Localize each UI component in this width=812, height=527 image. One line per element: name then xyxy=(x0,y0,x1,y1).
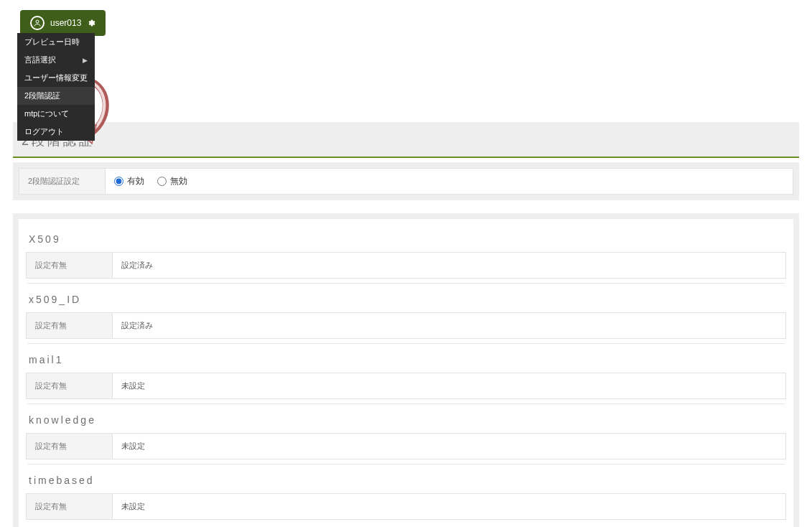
section-row-label: 設定有無 xyxy=(27,434,113,459)
user-dropdown-menu: プレビュー日時言語選択▶ユーザー情報変更2段階認証mtpについてログアウト xyxy=(17,33,95,141)
gear-icon xyxy=(87,19,95,27)
section-title-X509: X509 xyxy=(26,223,786,252)
page-title: 2段階認証 xyxy=(22,132,790,149)
two-factor-setting-row: 2段階認証設定 有効 無効 xyxy=(19,168,793,195)
radio-enabled-input[interactable] xyxy=(114,177,123,186)
radio-disabled-input[interactable] xyxy=(157,177,167,186)
two-factor-panel: 2段階認証設定 有効 無効 xyxy=(13,162,799,200)
section-row-value: 設定済み xyxy=(113,313,785,338)
section-row-value: 設定済み xyxy=(113,253,785,278)
user-menu-button[interactable]: user013 xyxy=(20,10,106,36)
section-title-mail1: mail1 xyxy=(26,344,786,373)
dropdown-item-label: ログアウト xyxy=(24,126,64,137)
section-row-label: 設定有無 xyxy=(27,253,113,278)
dropdown-item-3[interactable]: 2段階認証 xyxy=(17,87,95,105)
two-factor-setting-label: 2段階認証設定 xyxy=(19,169,106,194)
section-row-label: 設定有無 xyxy=(27,494,113,519)
radio-enabled-label: 有効 xyxy=(127,175,144,187)
dropdown-item-label: mtpについて xyxy=(24,108,69,119)
dropdown-item-label: ユーザー情報変更 xyxy=(24,73,88,83)
section-row: 設定有無未設定 xyxy=(26,493,786,520)
section-title-timebased: timebased xyxy=(26,465,786,493)
auth-methods-panel: X509設定有無設定済みx509_ID設定有無設定済みmail1設定有無未設定k… xyxy=(13,213,799,527)
section-row: 設定有無設定済み xyxy=(26,252,786,279)
dropdown-item-label: 言語選択 xyxy=(24,55,56,65)
section-row-label: 設定有無 xyxy=(27,373,113,398)
section-row: 設定有無未設定 xyxy=(26,433,786,460)
section-row: 設定有無設定済み xyxy=(26,312,786,339)
dropdown-item-0[interactable]: プレビュー日時 xyxy=(17,33,95,51)
section-row-value: 未設定 xyxy=(113,373,785,398)
radio-disabled[interactable]: 無効 xyxy=(157,175,187,187)
radio-disabled-label: 無効 xyxy=(170,175,187,187)
section-row-value: 未設定 xyxy=(113,494,785,519)
section-title-knowledge: knowledge xyxy=(26,404,786,433)
dropdown-item-label: プレビュー日時 xyxy=(24,37,80,47)
dropdown-item-5[interactable]: ログアウト xyxy=(17,123,95,141)
section-row-label: 設定有無 xyxy=(27,313,113,338)
avatar-icon xyxy=(30,16,45,30)
user-name: user013 xyxy=(50,18,81,28)
page-title-bar: 2段階認証 xyxy=(13,122,799,158)
dropdown-item-1[interactable]: 言語選択▶ xyxy=(17,51,95,69)
svg-point-0 xyxy=(36,20,39,23)
section-row: 設定有無未設定 xyxy=(26,373,786,399)
chevron-right-icon: ▶ xyxy=(83,57,88,64)
dropdown-item-4[interactable]: mtpについて xyxy=(17,105,95,123)
dropdown-item-label: 2段階認証 xyxy=(24,90,60,101)
dropdown-item-2[interactable]: ユーザー情報変更 xyxy=(17,69,95,87)
section-row-value: 未設定 xyxy=(113,434,785,459)
section-title-x509_ID: x509_ID xyxy=(26,284,786,312)
radio-enabled[interactable]: 有効 xyxy=(114,175,144,187)
